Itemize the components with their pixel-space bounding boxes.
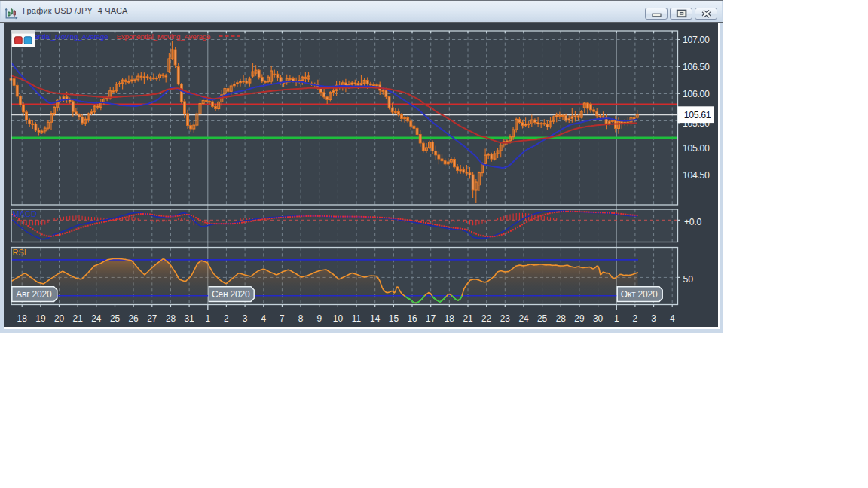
svg-text:3: 3 bbox=[243, 313, 248, 324]
svg-text:2: 2 bbox=[224, 313, 229, 324]
svg-text:Сен 2020: Сен 2020 bbox=[212, 289, 250, 300]
svg-text:Окт 2020: Окт 2020 bbox=[621, 289, 658, 300]
svg-text:106.00: 106.00 bbox=[683, 89, 710, 99]
svg-text:18: 18 bbox=[17, 313, 28, 324]
svg-text:21: 21 bbox=[73, 313, 84, 324]
svg-text:21: 21 bbox=[463, 313, 473, 324]
svg-text:24: 24 bbox=[518, 313, 529, 324]
svg-text:4: 4 bbox=[261, 313, 266, 324]
svg-text:25: 25 bbox=[110, 313, 121, 324]
svg-text:26: 26 bbox=[128, 313, 139, 324]
svg-text:1: 1 bbox=[614, 313, 619, 324]
svg-text:2: 2 bbox=[633, 313, 638, 324]
svg-text:29: 29 bbox=[574, 313, 585, 324]
svg-text:MACD: MACD bbox=[13, 209, 37, 218]
svg-text:104.50: 104.50 bbox=[683, 170, 710, 181]
svg-text:16: 16 bbox=[407, 313, 417, 324]
svg-text:19: 19 bbox=[35, 313, 46, 324]
svg-text:27: 27 bbox=[147, 313, 157, 324]
svg-text:28: 28 bbox=[166, 313, 176, 324]
svg-text:17: 17 bbox=[426, 313, 436, 324]
svg-text:30: 30 bbox=[593, 313, 604, 324]
svg-text:31: 31 bbox=[184, 313, 194, 324]
svg-text:105.00: 105.00 bbox=[683, 143, 710, 154]
svg-text:1: 1 bbox=[205, 313, 210, 324]
svg-text:11: 11 bbox=[352, 313, 362, 324]
svg-text:7: 7 bbox=[280, 313, 285, 324]
svg-text:24: 24 bbox=[91, 313, 102, 324]
svg-text:8: 8 bbox=[298, 313, 304, 324]
svg-text:3: 3 bbox=[651, 313, 656, 324]
svg-text:107.00: 107.00 bbox=[683, 35, 710, 45]
svg-text:28: 28 bbox=[556, 313, 567, 324]
svg-text:10: 10 bbox=[333, 313, 344, 324]
svg-text:9: 9 bbox=[316, 313, 322, 324]
svg-text:105.61: 105.61 bbox=[684, 110, 711, 120]
svg-text:23: 23 bbox=[500, 313, 511, 324]
svg-text:RSI: RSI bbox=[13, 248, 26, 257]
svg-text:+0.0: +0.0 bbox=[684, 217, 701, 227]
svg-text:Авг 2020: Авг 2020 bbox=[16, 289, 52, 300]
svg-text:25: 25 bbox=[537, 313, 548, 324]
svg-text:50: 50 bbox=[683, 274, 694, 285]
svg-text:20: 20 bbox=[54, 313, 65, 324]
svg-text:18: 18 bbox=[445, 313, 455, 324]
svg-text:4: 4 bbox=[670, 313, 675, 324]
svg-text:Exponential_Moving_Average: Exponential_Moving_Average bbox=[117, 32, 212, 41]
svg-text:14: 14 bbox=[370, 313, 381, 324]
svg-text:22: 22 bbox=[481, 313, 492, 324]
svg-text:15: 15 bbox=[389, 313, 399, 324]
svg-text:106.50: 106.50 bbox=[683, 62, 710, 72]
